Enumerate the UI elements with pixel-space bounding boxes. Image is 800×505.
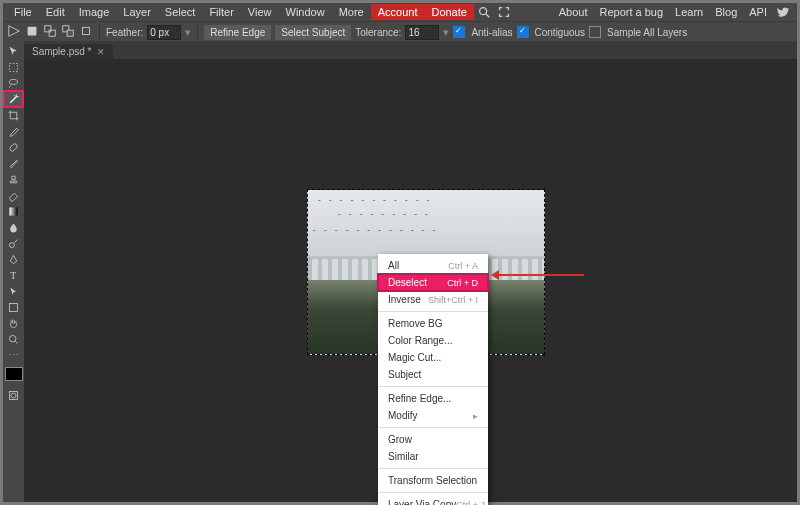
menu-item-transform-selection[interactable]: Transform Selection bbox=[378, 472, 488, 489]
menu-item-inverse[interactable]: InverseShift+Ctrl + I bbox=[378, 291, 488, 308]
options-bar: Feather: ▾ Refine Edge Select Subject To… bbox=[3, 21, 797, 42]
menu-item-color-range-[interactable]: Color Range... bbox=[378, 332, 488, 349]
document-tabs: Sample.psd * ✕ bbox=[24, 41, 797, 59]
color-swatches[interactable] bbox=[5, 367, 23, 381]
antialias-label: Anti-alias bbox=[471, 27, 512, 38]
feather-input[interactable] bbox=[147, 25, 181, 40]
search-icon[interactable] bbox=[477, 5, 491, 19]
contiguous-label: Contiguous bbox=[535, 27, 586, 38]
feather-label: Feather: bbox=[106, 27, 143, 38]
menu-item-deselect[interactable]: DeselectCtrl + D bbox=[378, 274, 488, 291]
link-about[interactable]: About bbox=[553, 4, 594, 20]
svg-rect-3 bbox=[45, 26, 51, 32]
menu-bar: File Edit Image Layer Select Filter View… bbox=[3, 3, 797, 21]
tool-gradient[interactable] bbox=[4, 203, 23, 219]
mode4-icon[interactable] bbox=[79, 24, 93, 40]
svg-rect-2 bbox=[28, 27, 37, 36]
svg-rect-10 bbox=[9, 142, 18, 151]
tool-stamp[interactable] bbox=[4, 171, 23, 187]
mode2-icon[interactable] bbox=[43, 24, 57, 40]
tool-hand[interactable] bbox=[4, 315, 23, 331]
menu-item-remove-bg[interactable]: Remove BG bbox=[378, 315, 488, 332]
alllayers-label: Sample All Layers bbox=[607, 27, 687, 38]
menu-account[interactable]: Account bbox=[371, 4, 425, 20]
svg-rect-7 bbox=[83, 28, 90, 35]
svg-point-17 bbox=[11, 393, 16, 398]
menu-file[interactable]: File bbox=[7, 4, 39, 20]
alllayers-checkbox[interactable] bbox=[589, 26, 601, 38]
context-menu: AllCtrl + ADeselectCtrl + DInverseShift+… bbox=[378, 254, 488, 505]
menu-image[interactable]: Image bbox=[72, 4, 117, 20]
svg-point-15 bbox=[9, 335, 16, 342]
contiguous-checkbox[interactable] bbox=[517, 26, 529, 38]
tool-magic-wand[interactable] bbox=[4, 91, 23, 107]
select-subject-button[interactable]: Select Subject bbox=[275, 25, 351, 40]
menu-item-grow[interactable]: Grow bbox=[378, 431, 488, 448]
link-blog[interactable]: Blog bbox=[709, 4, 743, 20]
svg-point-0 bbox=[480, 8, 487, 15]
svg-point-9 bbox=[9, 79, 17, 84]
tool-lasso[interactable] bbox=[4, 75, 23, 91]
tool-crop[interactable] bbox=[4, 107, 23, 123]
menu-select[interactable]: Select bbox=[158, 4, 203, 20]
tool-eraser[interactable] bbox=[4, 187, 23, 203]
tool-dodge[interactable] bbox=[4, 235, 23, 251]
link-report[interactable]: Report a bug bbox=[593, 4, 669, 20]
tool-eyedrop[interactable] bbox=[4, 123, 23, 139]
link-api[interactable]: API bbox=[743, 4, 773, 20]
tool-brush[interactable] bbox=[4, 155, 23, 171]
menu-filter[interactable]: Filter bbox=[202, 4, 240, 20]
tool-blur[interactable] bbox=[4, 219, 23, 235]
tool-quickmask[interactable] bbox=[4, 387, 23, 403]
tool-shape[interactable] bbox=[4, 299, 23, 315]
menu-item-subject[interactable]: Subject bbox=[378, 366, 488, 383]
link-learn[interactable]: Learn bbox=[669, 4, 709, 20]
svg-rect-14 bbox=[9, 303, 17, 311]
tool-text[interactable]: T bbox=[4, 267, 23, 283]
antialias-checkbox[interactable] bbox=[453, 26, 465, 38]
menu-edit[interactable]: Edit bbox=[39, 4, 72, 20]
menu-item-similar[interactable]: Similar bbox=[378, 448, 488, 465]
tolerance-label: Tolerance: bbox=[355, 27, 401, 38]
svg-rect-8 bbox=[9, 63, 17, 71]
menu-layer[interactable]: Layer bbox=[116, 4, 158, 20]
svg-rect-11 bbox=[9, 207, 17, 215]
menu-donate[interactable]: Donate bbox=[424, 4, 473, 20]
tool-extra1[interactable]: ⋯ bbox=[4, 347, 23, 363]
menu-window[interactable]: Window bbox=[279, 4, 332, 20]
twitter-icon[interactable] bbox=[776, 5, 790, 19]
tab-sample[interactable]: Sample.psd * ✕ bbox=[24, 44, 113, 59]
mode3-icon[interactable] bbox=[61, 24, 75, 40]
menu-view[interactable]: View bbox=[241, 4, 279, 20]
annotation-arrow bbox=[494, 274, 584, 276]
tool-palette: T ⋯ bbox=[3, 41, 24, 502]
svg-rect-6 bbox=[67, 30, 73, 36]
menu-more[interactable]: More bbox=[332, 4, 371, 20]
menu-item-refine-edge-[interactable]: Refine Edge... bbox=[378, 390, 488, 407]
tool-zoom[interactable] bbox=[4, 331, 23, 347]
tool-move[interactable] bbox=[4, 43, 23, 59]
tool-heal[interactable] bbox=[4, 139, 23, 155]
svg-point-12 bbox=[9, 242, 14, 247]
svg-line-1 bbox=[486, 14, 490, 18]
refine-edge-button[interactable]: Refine Edge bbox=[204, 25, 271, 40]
close-icon[interactable]: ✕ bbox=[97, 47, 105, 57]
tab-label: Sample.psd * bbox=[32, 46, 91, 57]
canvas-area[interactable]: ˜ ˜ ˜ ˜ ˜ ˜ ˜ ˜ ˜ ˜ ˜ ˜ ˜ ˜ ˜ ˜ ˜ ˜ ˜ ˜ … bbox=[24, 59, 797, 502]
menu-item-all[interactable]: AllCtrl + A bbox=[378, 257, 488, 274]
tool-preset-icon[interactable] bbox=[7, 24, 21, 40]
svg-rect-4 bbox=[49, 30, 55, 36]
tolerance-input[interactable] bbox=[405, 25, 439, 40]
menu-item-layer-via-copy[interactable]: Layer Via CopyCtrl + J bbox=[378, 496, 488, 505]
menu-item-modify[interactable]: Modify▸ bbox=[378, 407, 488, 424]
tool-path-select[interactable] bbox=[4, 283, 23, 299]
tool-rect-select[interactable] bbox=[4, 59, 23, 75]
menu-item-magic-cut-[interactable]: Magic Cut... bbox=[378, 349, 488, 366]
tool-pen[interactable] bbox=[4, 251, 23, 267]
fullscreen-icon[interactable] bbox=[497, 5, 511, 19]
svg-text:T: T bbox=[10, 269, 16, 280]
mode1-icon[interactable] bbox=[25, 24, 39, 40]
